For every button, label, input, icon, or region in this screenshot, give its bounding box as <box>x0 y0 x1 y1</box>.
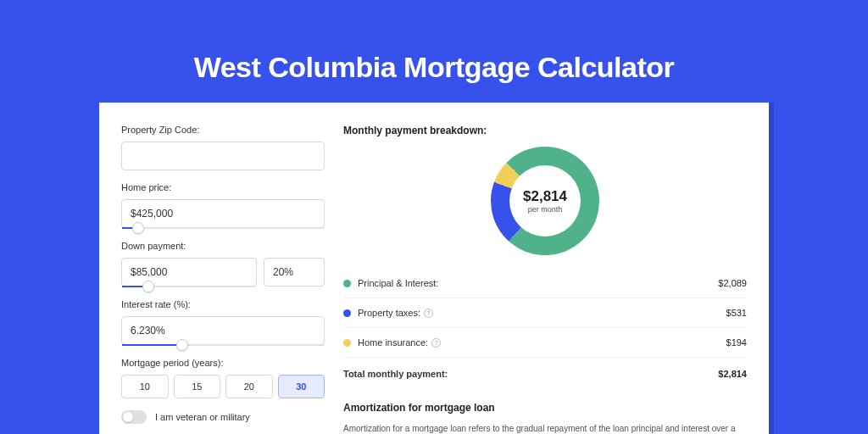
breakdown-row: Principal & Interest:$2,089 <box>343 272 747 294</box>
separator <box>343 298 747 298</box>
interest-rate-input[interactable] <box>121 316 325 345</box>
total-row: Total monthly payment: $2,814 <box>343 361 747 385</box>
toggle-knob <box>123 412 133 422</box>
down-payment-slider[interactable] <box>122 286 255 287</box>
row-value: $2,089 <box>718 278 747 288</box>
donut-chart-wrap: $2,814 per month <box>343 147 747 255</box>
period-button-15[interactable]: 15 <box>174 375 221 398</box>
home-price-label: Home price: <box>121 182 325 192</box>
donut-chart: $2,814 per month <box>491 147 599 255</box>
interest-rate-slider[interactable] <box>122 344 324 346</box>
period-button-30[interactable]: 30 <box>278 375 326 398</box>
page-title: West Columbia Mortgage Calculator <box>0 0 868 103</box>
down-pct-input[interactable] <box>264 258 325 287</box>
info-icon[interactable]: ? <box>424 309 433 318</box>
veteran-toggle[interactable] <box>121 410 147 424</box>
veteran-toggle-row: I am veteran or military <box>121 410 325 424</box>
down-amount-input[interactable] <box>121 258 257 287</box>
breakdown-row: Home insurance: ?$194 <box>343 331 747 353</box>
calculator-card: Property Zip Code: Home price: Down paym… <box>99 103 769 434</box>
down-payment-field: Down payment: <box>121 241 325 287</box>
interest-rate-label: Interest rate (%): <box>121 299 325 309</box>
slider-handle[interactable] <box>142 281 154 292</box>
separator <box>343 357 747 358</box>
period-button-20[interactable]: 20 <box>225 375 273 398</box>
period-field: Mortgage period (years): 10152030 <box>121 358 325 398</box>
legend-dot <box>343 280 351 287</box>
total-label: Total monthly payment: <box>343 369 718 379</box>
breakdown-row: Property taxes: ?$531 <box>343 302 747 324</box>
slider-handle[interactable] <box>176 339 188 351</box>
period-label: Mortgage period (years): <box>121 358 325 368</box>
amortization-title: Amortization for mortgage loan <box>343 402 747 414</box>
slider-handle[interactable] <box>132 222 144 234</box>
legend-dot <box>343 309 351 317</box>
down-payment-label: Down payment: <box>121 241 325 251</box>
period-button-10[interactable]: 10 <box>121 375 169 398</box>
veteran-label: I am veteran or military <box>155 412 250 422</box>
donut-center: $2,814 per month <box>509 165 581 236</box>
zip-field: Property Zip Code: <box>121 125 325 170</box>
home-price-field: Home price: <box>121 182 325 229</box>
form-column: Property Zip Code: Home price: Down paym… <box>121 125 325 434</box>
zip-input[interactable] <box>121 142 325 170</box>
separator <box>343 327 747 328</box>
home-price-input[interactable] <box>121 199 325 228</box>
row-label: Principal & Interest: <box>358 278 718 288</box>
info-icon[interactable]: ? <box>431 338 441 348</box>
breakdown-title: Monthly payment breakdown: <box>343 125 747 136</box>
breakdown-column: Monthly payment breakdown: $2,814 per mo… <box>343 125 747 434</box>
home-price-slider[interactable] <box>122 227 324 229</box>
row-label: Home insurance: ? <box>358 337 726 348</box>
donut-sub: per month <box>528 205 563 214</box>
amortization-text: Amortization for a mortgage loan refers … <box>343 422 747 434</box>
row-value: $531 <box>726 308 747 318</box>
interest-rate-field: Interest rate (%): <box>121 299 325 346</box>
row-value: $194 <box>726 337 747 348</box>
donut-amount: $2,814 <box>523 188 567 205</box>
legend-dot <box>343 339 351 347</box>
zip-label: Property Zip Code: <box>121 125 325 135</box>
total-value: $2,814 <box>718 369 747 379</box>
row-label: Property taxes: ? <box>358 308 726 318</box>
